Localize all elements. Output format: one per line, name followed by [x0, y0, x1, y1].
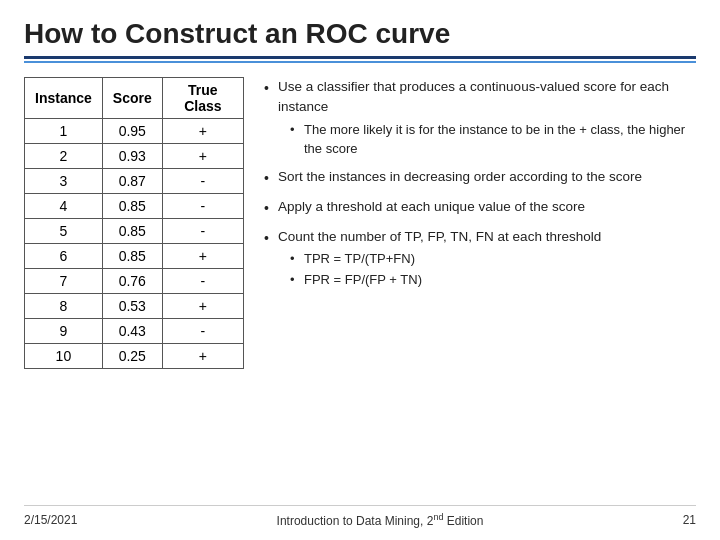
bullet-text-0: Use a classifier that produces a continu…	[278, 77, 696, 159]
cell-r7-c2: +	[162, 294, 243, 319]
cell-r7-c0: 8	[25, 294, 103, 319]
table-row: 10.95+	[25, 119, 244, 144]
footer-title: Introduction to Data Mining, 2nd Edition	[277, 512, 484, 528]
cell-r9-c2: +	[162, 344, 243, 369]
sub-bullet-text-3-0: TPR = TP/(TP+FN)	[304, 249, 696, 269]
cell-r0-c0: 1	[25, 119, 103, 144]
table-section: Instance Score True Class 10.95+20.93+30…	[24, 77, 244, 495]
cell-r8-c2: -	[162, 319, 243, 344]
bullet-text-1: Sort the instances in decreasing order a…	[278, 167, 696, 187]
sub-bullet-dot-3-0: •	[290, 249, 304, 269]
table-row: 80.53+	[25, 294, 244, 319]
sub-bullet-dot-0-0: •	[290, 120, 304, 140]
bullet-dot-3: •	[264, 228, 278, 249]
divider-top	[24, 56, 696, 59]
main-content: Instance Score True Class 10.95+20.93+30…	[24, 77, 696, 495]
cell-r2-c0: 3	[25, 169, 103, 194]
cell-r9-c1: 0.25	[102, 344, 162, 369]
text-section: •Use a classifier that produces a contin…	[264, 77, 696, 495]
cell-r2-c2: -	[162, 169, 243, 194]
cell-r6-c0: 7	[25, 269, 103, 294]
cell-r0-c2: +	[162, 119, 243, 144]
cell-r1-c1: 0.93	[102, 144, 162, 169]
col-trueclass: True Class	[162, 78, 243, 119]
sub-bullet-0-0: •The more likely it is for the instance …	[290, 120, 696, 159]
footer-date: 2/15/2021	[24, 513, 77, 527]
footer-page: 21	[683, 513, 696, 527]
data-table: Instance Score True Class 10.95+20.93+30…	[24, 77, 244, 369]
table-row: 60.85+	[25, 244, 244, 269]
sub-bullet-text-3-1: FPR = FP/(FP + TN)	[304, 270, 696, 290]
table-row: 70.76-	[25, 269, 244, 294]
cell-r0-c1: 0.95	[102, 119, 162, 144]
page-title: How to Construct an ROC curve	[24, 18, 696, 50]
cell-r5-c0: 6	[25, 244, 103, 269]
cell-r6-c2: -	[162, 269, 243, 294]
bullet-3: •Count the number of TP, FP, TN, FN at e…	[264, 227, 696, 290]
cell-r4-c1: 0.85	[102, 219, 162, 244]
cell-r1-c2: +	[162, 144, 243, 169]
bullet-text-3: Count the number of TP, FP, TN, FN at ea…	[278, 227, 696, 290]
bullet-1: •Sort the instances in decreasing order …	[264, 167, 696, 189]
cell-r9-c0: 10	[25, 344, 103, 369]
table-row: 90.43-	[25, 319, 244, 344]
col-score: Score	[102, 78, 162, 119]
cell-r7-c1: 0.53	[102, 294, 162, 319]
bullet-0: •Use a classifier that produces a contin…	[264, 77, 696, 159]
table-row: 100.25+	[25, 344, 244, 369]
cell-r6-c1: 0.76	[102, 269, 162, 294]
cell-r3-c0: 4	[25, 194, 103, 219]
sub-bullet-dot-3-1: •	[290, 270, 304, 290]
table-row: 30.87-	[25, 169, 244, 194]
bullet-dot-0: •	[264, 78, 278, 99]
sub-bullet-3-0: •TPR = TP/(TP+FN)	[290, 249, 696, 269]
cell-r2-c1: 0.87	[102, 169, 162, 194]
cell-r8-c0: 9	[25, 319, 103, 344]
footer: 2/15/2021 Introduction to Data Mining, 2…	[24, 505, 696, 528]
cell-r5-c2: +	[162, 244, 243, 269]
sub-bullet-3-1: •FPR = FP/(FP + TN)	[290, 270, 696, 290]
page: How to Construct an ROC curve Instance S…	[0, 0, 720, 540]
col-instance: Instance	[25, 78, 103, 119]
sub-bullet-text-0-0: The more likely it is for the instance t…	[304, 120, 696, 159]
bullet-dot-1: •	[264, 168, 278, 189]
bullet-text-2: Apply a threshold at each unique value o…	[278, 197, 696, 217]
bullet-2: •Apply a threshold at each unique value …	[264, 197, 696, 219]
table-row: 20.93+	[25, 144, 244, 169]
table-row: 40.85-	[25, 194, 244, 219]
bullet-dot-2: •	[264, 198, 278, 219]
cell-r3-c1: 0.85	[102, 194, 162, 219]
cell-r4-c0: 5	[25, 219, 103, 244]
cell-r5-c1: 0.85	[102, 244, 162, 269]
divider-bottom	[24, 61, 696, 63]
table-header-row: Instance Score True Class	[25, 78, 244, 119]
table-row: 50.85-	[25, 219, 244, 244]
cell-r8-c1: 0.43	[102, 319, 162, 344]
cell-r3-c2: -	[162, 194, 243, 219]
cell-r1-c0: 2	[25, 144, 103, 169]
cell-r4-c2: -	[162, 219, 243, 244]
